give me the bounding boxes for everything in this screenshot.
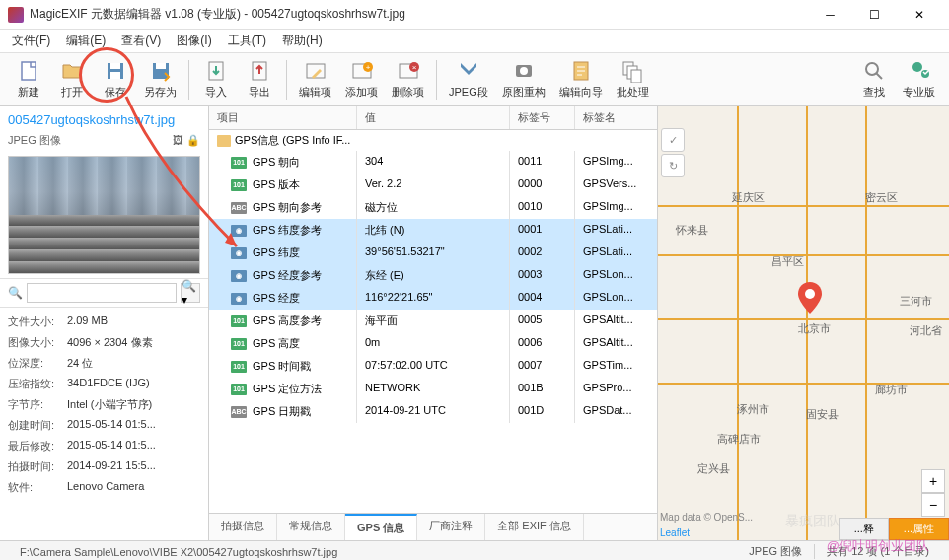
prop-row: 文件大小:2.09 MB	[8, 312, 200, 332]
svg-rect-2	[110, 63, 120, 69]
export-button[interactable]: 导出	[239, 57, 280, 102]
prop-row: 图像大小:4096 × 2304 像素	[8, 332, 200, 353]
table-row[interactable]: 101GPS 高度参考海平面0005GPSAltit...	[209, 310, 657, 332]
minimize-button[interactable]: ─	[808, 0, 852, 30]
map-check-button[interactable]: ✓	[661, 128, 685, 152]
svg-point-16	[520, 67, 528, 75]
map-city-label: 怀来县	[676, 223, 708, 238]
map-city-label: 固安县	[806, 407, 839, 422]
map-city-label: 昌平区	[771, 254, 804, 269]
table-row[interactable]: 101GPS 时间戳07:57:02.00 UTC0007GPSTim...	[209, 355, 657, 378]
search-icon: 🔍	[8, 286, 23, 300]
menu-edit[interactable]: 编辑(E)	[58, 31, 113, 51]
search-action-button[interactable]: 🔍▾	[181, 283, 200, 303]
tab[interactable]: 全部 EXIF 信息	[485, 514, 584, 540]
watermark: @倪叶明创业团队	[827, 537, 929, 555]
tab[interactable]: 常规信息	[277, 514, 345, 540]
table-row[interactable]: 101GPS 定位方法NETWORK001BGPSPro...	[209, 378, 657, 400]
prop-row: 最后修改:2015-05-14 01:5...	[8, 436, 200, 456]
jpeg-button[interactable]: JPEG段	[443, 57, 494, 102]
saveas-button[interactable]: 另存为	[138, 57, 182, 102]
menu-tools[interactable]: 工具(T)	[220, 31, 274, 51]
new-button[interactable]: 新建	[8, 57, 49, 102]
map-city-label: 涿州市	[737, 402, 769, 417]
maximize-button[interactable]: ☐	[852, 0, 897, 30]
svg-text:+: +	[365, 63, 370, 72]
status-type: JPEG 图像	[737, 544, 815, 559]
prop-row: 压缩指纹:34D1FDCE (IJG)	[8, 374, 200, 394]
menu-view[interactable]: 查看(V)	[113, 31, 169, 51]
table-row[interactable]: 101GPS 版本Ver. 2.20000GPSVers...	[209, 174, 657, 196]
wizard-button[interactable]: 编辑向导	[553, 57, 609, 102]
svg-rect-20	[631, 70, 641, 83]
tab[interactable]: GPS 信息	[345, 514, 417, 540]
app-icon	[8, 7, 24, 23]
open-button[interactable]: 打开	[51, 57, 93, 102]
prop-row: 拍摄时间:2014-09-21 15:5...	[8, 456, 200, 477]
tabs: 拍摄信息常规信息GPS 信息厂商注释全部 EXIF 信息	[209, 513, 657, 540]
data-group[interactable]: GPS信息 (GPS Info IF...	[209, 130, 657, 151]
close-button[interactable]: ✕	[897, 0, 941, 30]
menu-image[interactable]: 图像(I)	[169, 31, 219, 51]
table-row[interactable]: ◉GPS 纬度参考北纬 (N)0001GPSLati...	[209, 219, 657, 242]
save-button[interactable]: 保存	[95, 57, 136, 102]
titlebar: MagicEXIF 元数据编辑器 v1.08 (专业版) - 005427ugt…	[0, 0, 949, 30]
map[interactable]: 密云区延庆区怀来县昌平区北京市三河市河北省廊坊市涿州市固安县高碑店市定兴县 + …	[658, 106, 949, 540]
svg-text:×: ×	[411, 63, 416, 72]
tab[interactable]: 拍摄信息	[209, 514, 277, 540]
thumbnail[interactable]	[8, 156, 200, 274]
center-panel: 项目 值 标签号 标签名 GPS信息 (GPS Info IF... 101GP…	[209, 106, 658, 540]
file-title: 005427ugtoqskoshrhsw7t.jpg	[0, 106, 208, 133]
prop-row: 位深度:24 位	[8, 353, 200, 374]
data-header: 项目 值 标签号 标签名	[209, 106, 657, 130]
properties-table: 文件大小:2.09 MB图像大小:4096 × 2304 像素位深度:24 位压…	[0, 308, 208, 540]
prop-row: 字节序:Intel (小端字节序)	[8, 394, 200, 415]
svg-point-22	[912, 62, 922, 72]
prop-row: 创建时间:2015-05-14 01:5...	[8, 415, 200, 436]
right-panel: ✓ ↻ 密云区延庆区怀来县昌平区北京市三河市河北省廊坊市涿州市固安县高碑店市定兴…	[658, 106, 949, 540]
map-city-label: 三河市	[900, 294, 932, 309]
map-city-label: 北京市	[798, 321, 831, 336]
tab[interactable]: 厂商注释	[417, 514, 485, 540]
data-rows: GPS信息 (GPS Info IF... 101GPS 朝向3040011GP…	[209, 130, 657, 513]
map-city-label: 定兴县	[697, 461, 730, 476]
map-city-label: 高碑店市	[717, 432, 761, 447]
menubar: 文件(F) 编辑(E) 查看(V) 图像(I) 工具(T) 帮助(H)	[0, 30, 949, 53]
edit-item-button[interactable]: 编辑项	[293, 57, 337, 102]
delete-item-button[interactable]: ×删除项	[386, 57, 430, 102]
import-button[interactable]: 导入	[195, 57, 237, 102]
map-refresh-button[interactable]: ↻	[661, 154, 685, 177]
menu-help[interactable]: 帮助(H)	[274, 31, 330, 51]
status-path: F:\Camera Sample\Lenovo\VIBE X2\005427ug…	[8, 546, 737, 558]
statusbar: F:\Camera Sample\Lenovo\VIBE X2\005427ug…	[0, 540, 949, 560]
table-row[interactable]: ◉GPS 纬度39°56'51.53217"0002GPSLati...	[209, 242, 657, 264]
add-item-button[interactable]: +添加项	[339, 57, 384, 102]
zoom-in-button[interactable]: +	[921, 469, 945, 493]
toolbar: 新建 打开 保存 另存为 导入 导出 编辑项 +添加项 ×删除项 JPEG段 原…	[0, 53, 949, 106]
table-row[interactable]: ABCGPS 日期戳2014-09-21 UTC001DGPSDat...	[209, 400, 657, 423]
svg-rect-0	[22, 62, 36, 80]
pro-button[interactable]: 专业版	[897, 57, 941, 102]
map-city-label: 河北省	[910, 323, 942, 338]
prop-row: 软件:Lenovo Camera	[8, 477, 200, 498]
map-city-label: 密云区	[865, 190, 898, 205]
table-row[interactable]: 101GPS 高度0m0006GPSAltit...	[209, 332, 657, 355]
table-row[interactable]: ABCGPS 朝向参考磁方位0010GPSImg...	[209, 196, 657, 219]
map-leaflet-link[interactable]: Leaflet	[660, 527, 690, 538]
rebuild-button[interactable]: 原图重构	[496, 57, 551, 102]
menu-file[interactable]: 文件(F)	[4, 31, 58, 51]
search-input[interactable]	[27, 283, 177, 303]
svg-rect-5	[156, 63, 166, 69]
table-row[interactable]: ◉GPS 经度参考东经 (E)0003GPSLon...	[209, 264, 657, 287]
folder-icon	[217, 135, 231, 147]
map-marker[interactable]	[798, 282, 822, 316]
zoom-out-button[interactable]: −	[921, 493, 945, 517]
table-row[interactable]: 101GPS 朝向3040011GPSImg...	[209, 151, 657, 174]
map-city-label: 延庆区	[732, 190, 765, 205]
file-type: JPEG 图像	[8, 133, 61, 148]
table-row[interactable]: ◉GPS 经度116°22'21.65"0004GPSLon...	[209, 287, 657, 310]
thumb-actions[interactable]: 🖼 🔒	[173, 134, 200, 147]
find-button[interactable]: 查找	[853, 57, 895, 102]
svg-point-24	[805, 289, 815, 299]
batch-button[interactable]: 批处理	[611, 57, 655, 102]
